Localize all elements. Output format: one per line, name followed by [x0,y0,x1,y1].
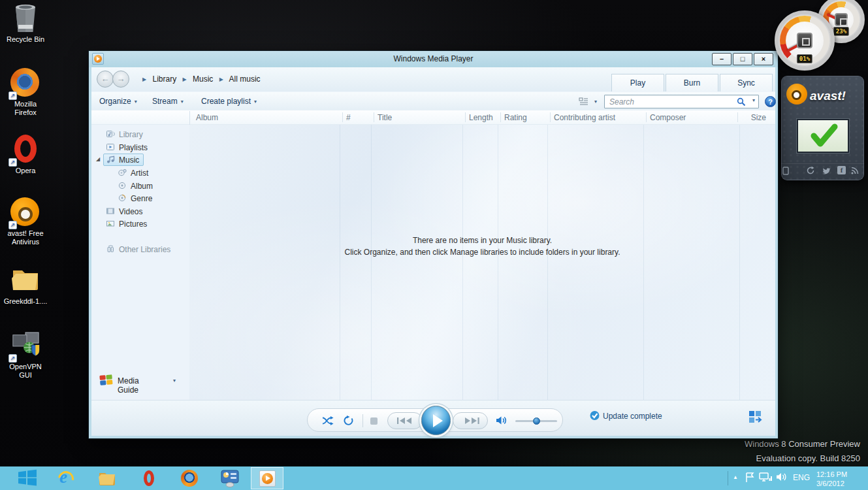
search-icon[interactable] [737,97,746,106]
title-bar[interactable]: Windows Media Player – □ × [89,51,778,67]
icon-label: OpenVPN [9,363,42,370]
stop-button[interactable] [370,417,378,425]
view-options-icon[interactable] [579,97,588,106]
avast-social-row: f [781,163,864,176]
column-size[interactable]: Size [741,113,766,122]
tab-sync[interactable]: Sync [720,74,773,91]
volume-slider[interactable] [515,420,557,422]
column-length[interactable]: Length [469,113,493,122]
empty-library-message: There are no items in your Music library… [189,235,775,258]
minimize-button[interactable]: – [712,53,731,65]
breadcrumb: ▶ Library ▶ Music ▶ All music [138,74,261,84]
icon-label: avast! Free [7,229,43,237]
taskbar-item-file-explorer[interactable] [98,469,116,487]
icon-label: Greekddl-1.... [4,297,48,305]
desktop-icon-folder-greekddl[interactable]: Greekddl-1.... [0,265,51,306]
column-title[interactable]: Title [378,113,392,122]
ram-chip-icon [835,13,848,26]
column-number[interactable]: # [346,113,351,122]
maximize-button[interactable]: □ [733,53,752,65]
search-dropdown-icon[interactable]: ▾ [752,97,755,103]
navigation-bar: ← → ▶ Library ▶ Music ▶ All music Play B… [91,67,775,91]
facebook-icon[interactable]: f [837,166,846,174]
expander-icon[interactable]: ◢ [96,156,100,162]
cpu-chip-icon [797,33,812,48]
network-icon[interactable] [759,472,772,483]
volume-tray-icon[interactable] [776,472,787,482]
taskbar-item-opera[interactable] [140,469,158,487]
breadcrumb-all-music[interactable]: All music [229,74,261,84]
firefox-icon: ↗ [10,68,40,98]
column-rating[interactable]: Rating [504,113,527,122]
tab-play[interactable]: Play [611,74,664,91]
breadcrumb-music[interactable]: Music [193,74,213,84]
previous-button[interactable] [387,412,423,429]
taskbar-item-internet-explorer[interactable]: e [57,469,76,487]
play-button[interactable] [421,406,451,435]
refresh-icon[interactable] [806,166,815,175]
action-center-flag-icon[interactable] [745,472,755,483]
column-contributing-artist[interactable]: Contributing artist [554,113,615,122]
close-button[interactable]: × [754,53,773,65]
desktop: Recycle Bin ↗ Mozilla Firefox ↗ Opera ↗ … [0,0,868,490]
taskbar-item-firefox[interactable] [180,469,199,487]
twitter-icon[interactable] [822,167,831,175]
repeat-icon[interactable] [343,416,353,426]
breadcrumb-arrow-icon: ▶ [183,76,187,82]
taskbar-item-system-utility[interactable] [221,469,239,487]
shuffle-icon[interactable] [322,416,334,425]
tray-date: 3/6/2012 [816,479,847,488]
dropdown-icon: ▾ [181,99,184,105]
folder-icon [10,265,40,295]
desktop-icon-recycle-bin[interactable]: Recycle Bin [0,3,51,44]
view-options-dropdown-icon[interactable]: ▾ [594,99,597,105]
language-indicator[interactable]: ENG [793,473,810,482]
column-composer[interactable]: Composer [650,113,686,122]
create-playlist-button[interactable]: Create playlist▾ [201,97,257,106]
openvpn-icon: ↗ [10,331,40,361]
search-box: ▾ [604,95,759,108]
taskbar-item-wmp-active[interactable] [251,467,283,489]
media-guide-flag-icon [99,374,114,387]
dropdown-icon: ▾ [135,99,137,105]
navigation-pane: ◢ Library Playlists Music Artist Album [91,125,189,400]
blog-icon[interactable] [850,166,860,175]
shortcut-arrow-icon: ↗ [8,91,17,100]
toolbar: Organize▾ Stream▾ Create playlist▾ ▾ ▾ ? [91,91,775,110]
library-content-area: There are no items in your Music library… [189,125,775,400]
update-status-text: Update complete [603,412,662,421]
desktop-icon-firefox[interactable]: ↗ Mozilla Firefox [0,68,51,117]
mute-button-icon[interactable] [496,416,507,425]
device-icon[interactable] [782,167,789,175]
shortcut-arrow-icon: ↗ [8,354,17,363]
search-input[interactable] [608,96,732,107]
watermark-line2: Evaluation copy. Build 8250 [756,453,860,463]
next-button[interactable] [453,412,488,429]
shortcut-arrow-icon: ↗ [8,221,17,229]
help-button[interactable]: ? [765,96,776,107]
show-hidden-icons-button[interactable]: ▲ [733,474,738,480]
desktop-icon-openvpn[interactable]: ↗ OpenVPN GUI [0,331,51,380]
volume-slider-thumb[interactable] [533,417,540,425]
cpu-meter-gadget[interactable]: 01% [775,10,835,71]
dropdown-icon: ▾ [254,99,257,105]
avast-brand: avast! [810,89,846,103]
back-button[interactable]: ← [97,71,114,88]
switch-to-now-playing-button[interactable] [748,410,763,423]
stream-menu-button[interactable]: Stream▾ [152,97,184,106]
start-button[interactable] [17,469,39,487]
breadcrumb-library[interactable]: Library [153,74,177,84]
desktop-icon-opera[interactable]: ↗ Opera [0,135,51,175]
forward-button[interactable]: → [112,71,129,88]
tray-clock[interactable]: 12:16 PM 3/6/2012 [816,470,847,488]
icon-label: Antivirus [12,238,39,246]
column-album[interactable]: Album [196,113,218,122]
playback-controls-bar: Update complete [91,400,775,436]
avast-status-screen [797,119,849,153]
icon-label: Firefox [14,108,37,116]
desktop-icon-avast[interactable]: ↗ avast! Free Antivirus [0,197,51,246]
organize-menu-button[interactable]: Organize▾ [99,97,137,106]
tab-burn[interactable]: Burn [666,74,718,91]
avast-widget[interactable]: avast! f [781,76,864,180]
icon-label: Recycle Bin [7,35,44,43]
